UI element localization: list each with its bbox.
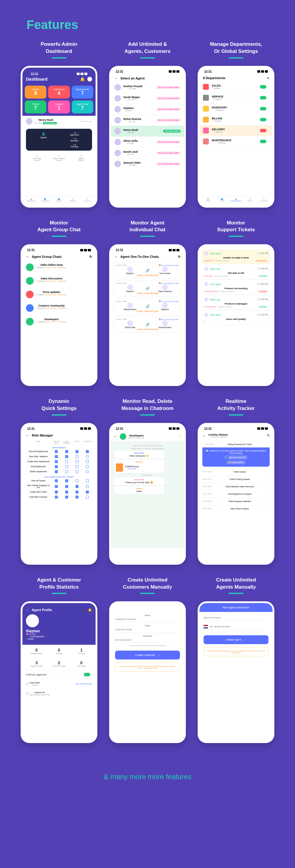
- back-icon[interactable]: ←: [26, 608, 30, 612]
- checkbox[interactable]: ✓: [65, 450, 68, 453]
- ticket-card[interactable]: Hafiz Sayed🕐 3:35 PMIssue with quality●: [202, 311, 270, 324]
- checkbox[interactable]: ✓: [86, 450, 89, 453]
- checkbox[interactable]: [75, 465, 78, 468]
- tab-dept[interactable]: ✓Dept. BasedPreferred: [48, 154, 70, 161]
- checkbox[interactable]: ✓: [55, 485, 58, 488]
- activity-row[interactable]: 18 Jul 2022Ticket Closed⌄: [199, 468, 272, 476]
- checkbox[interactable]: ✓: [75, 496, 78, 499]
- group-row[interactable]: Developers7 agents Group ID: 647 · 14/08…: [23, 315, 96, 329]
- refresh-icon[interactable]: ↻: [89, 255, 92, 259]
- nav-departments[interactable]: ▦Departments: [229, 198, 243, 202]
- ticket-card[interactable]: Hafiz Sayed🕐 4:01 PMUnable to make it wo…: [202, 250, 270, 264]
- back-icon[interactable]: ←: [114, 255, 118, 259]
- back-icon[interactable]: ←: [202, 434, 206, 438]
- dept-row[interactable]: INVENTORY6 Agents›: [199, 103, 272, 114]
- tab-agent[interactable]: ✓AgentEnabled: [70, 154, 92, 161]
- checkbox[interactable]: ✓: [65, 479, 68, 482]
- tile-customers[interactable]: Customers4: [48, 86, 70, 99]
- checkbox[interactable]: ✓: [55, 491, 58, 494]
- checkbox[interactable]: ✓: [65, 496, 68, 499]
- menu-icon[interactable]: ⋮: [178, 435, 181, 438]
- call-icon[interactable]: 📞: [83, 608, 87, 612]
- dept-row[interactable]: SERVICE6 Agents›: [199, 92, 272, 103]
- dept-toggle[interactable]: [260, 118, 266, 121]
- back-icon[interactable]: ←: [26, 433, 30, 437]
- checkbox[interactable]: ✓: [55, 460, 58, 463]
- checkbox[interactable]: ✓: [65, 485, 68, 488]
- admin-pill[interactable]: SET AS SECOND ADMIN: [156, 119, 181, 122]
- dept-row[interactable]: BILLING4 Agents›: [199, 114, 272, 125]
- status-toggle[interactable]: [84, 673, 90, 676]
- chat-card[interactable]: Chat ID: 459📅 18 Jul 2022 05:57 PMStephe…: [114, 262, 181, 279]
- checkbox[interactable]: [75, 479, 78, 482]
- dept-toggle[interactable]: [260, 129, 266, 132]
- nav-users[interactable]: 👥Users: [215, 198, 229, 202]
- tile-departments[interactable]: Departments7: [72, 86, 93, 99]
- tile-groups[interactable]: Groups1: [48, 100, 70, 114]
- nav-dashboard[interactable]: ▦Dashboard: [24, 198, 38, 202]
- checkbox[interactable]: [75, 460, 78, 463]
- user-avatar[interactable]: [87, 77, 92, 82]
- checkbox[interactable]: [65, 470, 68, 473]
- checkbox[interactable]: ✓: [55, 450, 58, 453]
- checkbox[interactable]: [86, 485, 89, 488]
- agent-row[interactable]: Rahul SharmaID: 716SET AS SECOND ADMIN: [111, 115, 184, 126]
- group-row[interactable]: Video Editor team5 agents Group ID: 440 …: [23, 260, 96, 274]
- user-row[interactable]: Henry NoahID: 436Second Admin Active 12 …: [23, 116, 96, 127]
- agent-name-input[interactable]: [203, 615, 268, 621]
- nav-admin[interactable]: ⚙Admin: [243, 198, 257, 202]
- nav-account[interactable]: ☰Account: [80, 198, 94, 202]
- checkbox[interactable]: [86, 496, 89, 499]
- checkbox[interactable]: [86, 479, 89, 482]
- view-chatroom-btn[interactable]: VIEW CHATROOM: [117, 310, 178, 312]
- set-offline-btn[interactable]: SET AS OFFLINE: [75, 683, 92, 685]
- checkbox[interactable]: [86, 465, 89, 468]
- checkbox[interactable]: ✓: [55, 465, 58, 468]
- dept-row[interactable]: MAINTENANCE6 Agents›: [199, 136, 272, 147]
- notification-icon[interactable]: 🔔: [80, 77, 85, 82]
- download-link[interactable]: Download: [125, 468, 139, 470]
- activity-row[interactable]: 18 Jul 2022Ticket Closing request⌄: [199, 476, 272, 483]
- admin-pill[interactable]: SET AS SECOND ADMIN: [156, 86, 181, 89]
- group-row[interactable]: Creators Community3 agents Group ID: 647…: [23, 301, 96, 315]
- message[interactable]: Henry NoahHello everyone 👋: [114, 451, 164, 459]
- agent-row[interactable]: Keshav PrasadID: 691SET AS SECOND ADMIN: [111, 82, 184, 93]
- email-input[interactable]: [115, 627, 180, 632]
- checkbox[interactable]: [65, 460, 68, 463]
- dept-toggle[interactable]: [260, 107, 266, 111]
- group-row[interactable]: Sales Discussion4 agents Group ID: 532 ·…: [23, 274, 96, 288]
- tab-userapp[interactable]: ✓User AppEnabled: [26, 154, 48, 161]
- chat-card[interactable]: Chat ID: 483📅 18 Jul 2022 05:28 PMSamuel…: [114, 298, 181, 314]
- nav-chats[interactable]: 💬Chats: [201, 198, 215, 202]
- tile-agentchat[interactable]: Agent Chat7: [72, 100, 93, 114]
- agent-row[interactable]: Olivia SofiaID: 850SET AS SECOND ADMIN: [111, 137, 184, 148]
- back-icon[interactable]: ←: [114, 76, 118, 80]
- dept-row[interactable]: DELIVERY7 Agents›: [199, 125, 272, 136]
- nav-customers[interactable]: 👤Customers: [38, 198, 52, 202]
- view-chatroom-btn[interactable]: VIEW CHATROOM: [117, 329, 178, 331]
- activity-card[interactable]: 18 Jul 2022Rating Recieved for Ticket⌃ 💬…: [202, 441, 270, 467]
- dept-toggle[interactable]: [260, 140, 266, 143]
- admin-pill[interactable]: SET AS SECOND ADMIN: [156, 152, 181, 154]
- ticket-card[interactable]: Hafiz Sayed🕐 3:53 PMProduct not working●…: [202, 280, 270, 294]
- refresh-icon[interactable]: ↻: [178, 255, 181, 259]
- flag-icon[interactable]: [203, 625, 208, 628]
- message[interactable]: Olivia SofiaThank your for the help 😊: [114, 477, 164, 485]
- chat-card[interactable]: Chat ID: 255📅 18 Jul 2022 05:57 PMStephe…: [114, 280, 181, 297]
- checkbox[interactable]: [75, 470, 78, 473]
- agent-row[interactable]: Henry NoahID: 436SECOND ADMIN: [111, 126, 184, 137]
- admin-pill[interactable]: SET AS SECOND ADMIN: [156, 162, 181, 165]
- checkbox[interactable]: ✓: [55, 479, 58, 482]
- tile-tickets[interactable]: Tickets7: [25, 100, 46, 114]
- agent-row[interactable]: Sarah MeganID: 532SET AS SECOND ADMIN: [111, 93, 184, 104]
- agent-row[interactable]: Samuel AidenID: 808SET AS SECOND ADMIN: [111, 159, 184, 169]
- message[interactable]: Stephen1256650.pngDownload: [114, 460, 164, 473]
- dept-row[interactable]: SALES7 Agents›: [199, 82, 272, 92]
- dept-toggle[interactable]: [260, 85, 266, 89]
- checkbox[interactable]: ✓: [55, 470, 58, 473]
- admin-pill[interactable]: SET AS SECOND ADMIN: [156, 108, 181, 111]
- checkbox[interactable]: [86, 460, 89, 463]
- view-chatroom-btn[interactable]: VIEW CHATROOM: [117, 274, 178, 276]
- admin-pill[interactable]: SET AS SECOND ADMIN: [156, 97, 181, 100]
- refresh-icon[interactable]: ↻: [267, 434, 270, 437]
